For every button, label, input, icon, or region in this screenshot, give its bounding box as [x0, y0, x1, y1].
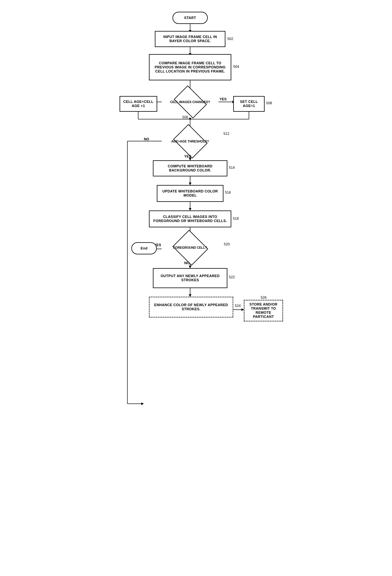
node-508: SET CELL AGE=1: [233, 96, 265, 112]
node-518-label: CLASSIFY CELL IMAGES INTO FOREGROUND OR …: [151, 215, 229, 223]
node-518: CLASSIFY CELL IMAGES INTO FOREGROUND OR …: [149, 210, 231, 227]
svg-marker-26: [189, 208, 191, 210]
start-node: START: [173, 12, 208, 24]
node-508-label: SET CELL AGE=1: [235, 100, 263, 108]
node-504: COMPARE IMAGE FRAME CELL TO PREVIOUS IMA…: [149, 54, 231, 80]
node-520-text: FOREGROUND CELL?: [164, 235, 217, 261]
node-cell-age: CELL AGE=CELL AGE +1: [120, 96, 157, 112]
ref-516: 516: [225, 191, 231, 195]
node-526: STORE AND/OR TRANSMIT TO REMOTE PARTICAN…: [244, 300, 283, 321]
ref-526: 526: [261, 295, 267, 300]
yes-label-506: YES: [219, 97, 227, 101]
node-522-label: OUTPUT ANY NEWLY APPEARED STROKES: [155, 274, 225, 282]
node-524: ENHANCE COLOR OF NEWLY APPEARED STROKES.: [149, 297, 233, 317]
svg-marker-36: [241, 309, 244, 311]
node-522: OUTPUT ANY NEWLY APPEARED STROKES: [153, 268, 227, 288]
no-label-520: NO: [184, 261, 189, 265]
svg-marker-32: [189, 266, 191, 268]
node-516-label: UPDATE WHITEBOARD COLOR MODEL: [159, 189, 221, 198]
node-514-label: COMPUTE WHITEBOARD BACKGROUND COLOR.: [155, 164, 225, 173]
node-524-label: ENHANCE COLOR OF NEWLY APPEARED STROKES.: [151, 303, 231, 311]
ref-504: 504: [233, 65, 239, 69]
end-label: End: [141, 246, 148, 251]
no-label-512: NO: [144, 137, 149, 141]
end-node: End: [131, 242, 157, 254]
ref-508: 508: [266, 101, 272, 105]
ref-518: 518: [233, 217, 239, 221]
node-512-text: AGE>AGE THRESHOLD?: [163, 129, 217, 154]
svg-marker-34: [189, 294, 191, 297]
ref-524: 524: [235, 304, 241, 308]
node-cell-age-label: CELL AGE=CELL AGE +1: [121, 100, 155, 108]
svg-marker-20: [141, 403, 144, 405]
yes-label-512: YES: [184, 154, 191, 159]
node-502: INPUT IMAGE FRAME CELL IN BAYER COLOR SP…: [155, 31, 225, 47]
node-506-text: CELL IMAGES CHANGED?: [164, 91, 217, 113]
svg-marker-24: [189, 183, 191, 185]
ref-520: 520: [224, 242, 230, 246]
ref-506: 506: [182, 115, 188, 119]
node-514: COMPUTE WHITEBOARD BACKGROUND COLOR.: [153, 160, 227, 176]
node-526-label: STORE AND/OR TRANSMIT TO REMOTE PARTICAN…: [246, 302, 281, 319]
svg-marker-10: [189, 118, 191, 120]
node-516: UPDATE WHITEBOARD COLOR MODEL: [157, 185, 223, 202]
ref-514: 514: [229, 166, 235, 170]
ref-502: 502: [227, 37, 233, 41]
start-label: START: [184, 16, 196, 20]
ref-512: 512: [223, 132, 229, 136]
node-504-label: COMPARE IMAGE FRAME CELL TO PREVIOUS IMA…: [151, 61, 229, 74]
ref-522: 522: [229, 275, 235, 279]
node-502-label: INPUT IMAGE FRAME CELL IN BAYER COLOR SP…: [157, 35, 224, 43]
